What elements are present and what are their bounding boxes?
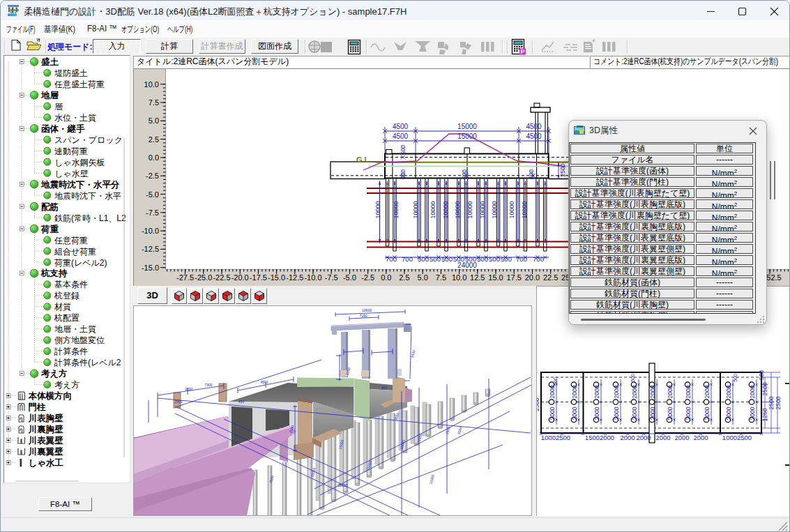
svg-text:杭配置: 杭配置	[54, 313, 79, 323]
svg-text:17.5: 17.5	[506, 273, 521, 282]
svg-text:500: 500	[630, 374, 635, 382]
svg-text:500: 500	[489, 255, 500, 263]
svg-text:2000: 2000	[649, 406, 656, 420]
svg-text:10000: 10000	[430, 201, 436, 218]
svg-text:2500: 2500	[174, 400, 182, 404]
svg-text:15.0: 15.0	[488, 273, 503, 282]
svg-text:10002500: 10002500	[722, 434, 752, 441]
svg-text:任意盛土荷重: 任意盛土荷重	[54, 79, 105, 89]
svg-text:5000: 5000	[457, 426, 463, 435]
svg-text:2000: 2000	[685, 385, 692, 398]
svg-text:7300: 7300	[204, 383, 212, 387]
svg-text:2000: 2000	[693, 434, 708, 441]
svg-text:700: 700	[516, 255, 527, 263]
svg-text:500: 500	[441, 255, 453, 263]
svg-text:2000: 2000	[593, 385, 600, 398]
svg-text:20000: 20000	[337, 483, 347, 487]
svg-text:2000: 2000	[593, 406, 600, 420]
svg-text:10000: 10000	[393, 201, 400, 218]
svg-text:2000: 2000	[749, 406, 756, 420]
svg-text:15000: 15000	[457, 123, 477, 130]
svg-text:川表胸壁: 川表胸壁	[28, 413, 64, 423]
svg-text:2000: 2000	[549, 385, 556, 398]
svg-text:500: 500	[430, 255, 441, 263]
svg-text:本体横方向: 本体横方向	[28, 390, 73, 401]
svg-text:2000: 2000	[571, 406, 578, 420]
svg-text:杭登録: 杭登録	[54, 291, 79, 301]
svg-text:門柱: 門柱	[29, 402, 47, 412]
svg-text:計算条件: 計算条件	[54, 347, 88, 356]
svg-text:4500: 4500	[526, 132, 542, 140]
svg-text:-7.5: -7.5	[146, 208, 159, 217]
svg-text:2000: 2000	[571, 385, 578, 398]
svg-text:2000: 2000	[649, 385, 656, 398]
svg-text:しゃ水工: しゃ水工	[29, 458, 64, 468]
svg-text:計算条件(レベル2: 計算条件(レベル2	[54, 358, 121, 367]
svg-text:2000: 2000	[674, 434, 689, 441]
svg-text:配筋: 配筋	[41, 202, 59, 212]
svg-text:15002000: 15002000	[585, 434, 614, 441]
svg-text:G.L.: G.L.	[356, 155, 371, 164]
svg-text:10000: 10000	[521, 201, 528, 218]
svg-text:-2.5: -2.5	[146, 172, 159, 180]
svg-text:-5.0: -5.0	[146, 190, 159, 199]
svg-text:2000: 2000	[667, 406, 674, 420]
svg-text:-20.0: -20.0	[231, 273, 249, 282]
svg-text:-12.5: -12.5	[286, 273, 303, 282]
svg-text:函体・継手: 函体・継手	[41, 123, 85, 134]
svg-text:12.5: 12.5	[470, 273, 485, 282]
svg-text:7.5: 7.5	[436, 273, 446, 282]
svg-text:-15.0: -15.0	[142, 264, 159, 272]
svg-text:地層・土質: 地層・土質	[54, 324, 96, 334]
svg-text:7150: 7150	[359, 314, 367, 318]
svg-text:10000: 10000	[508, 201, 515, 218]
svg-text:2000: 2000	[620, 434, 635, 441]
svg-text:0.0: 0.0	[381, 273, 391, 282]
svg-text:2000: 2000	[685, 406, 692, 420]
svg-text:700: 700	[533, 255, 544, 263]
svg-text:10000: 10000	[412, 201, 419, 218]
svg-text:-25.0: -25.0	[195, 273, 212, 282]
svg-text:700: 700	[402, 255, 413, 263]
svg-text:-15.0: -15.0	[268, 273, 285, 282]
svg-text:材質: 材質	[54, 302, 71, 312]
svg-text:組合せ荷重: 組合せ荷重	[54, 247, 96, 257]
svg-text:水位・土質: 水位・土質	[54, 113, 96, 123]
svg-text:600: 600	[400, 169, 407, 179]
svg-text:4500: 4500	[393, 132, 409, 140]
svg-text:-17.5: -17.5	[250, 273, 267, 282]
svg-text:-7.5: -7.5	[325, 273, 338, 282]
svg-text:堤防盛土: 堤防盛土	[54, 68, 88, 78]
svg-text:地層: 地層	[40, 91, 59, 100]
svg-text:10.0: 10.0	[452, 273, 466, 282]
svg-text:2000: 2000	[549, 406, 556, 420]
svg-text:2500: 2500	[761, 382, 768, 395]
svg-text:任意荷重: 任意荷重	[54, 236, 88, 245]
svg-text:10000: 10000	[479, 201, 486, 218]
svg-text:4500: 4500	[260, 380, 268, 384]
svg-text:10000: 10000	[442, 201, 449, 218]
svg-text:-22.5: -22.5	[213, 273, 230, 282]
svg-text:600: 600	[461, 169, 468, 179]
svg-text:20.0: 20.0	[525, 273, 540, 282]
svg-text:10000: 10000	[466, 201, 473, 218]
svg-text:2000: 2000	[725, 385, 732, 398]
svg-text:500: 500	[553, 377, 558, 386]
svg-text:しゃ水壁: しゃ水壁	[54, 169, 89, 178]
svg-text:基本条件: 基本条件	[54, 280, 88, 289]
svg-text:500: 500	[733, 374, 738, 382]
svg-text:2.5: 2.5	[399, 273, 409, 282]
svg-text:2500: 2500	[559, 163, 566, 176]
svg-text:500: 500	[400, 145, 407, 155]
svg-text:2000: 2000	[749, 385, 756, 398]
svg-text:2000: 2000	[636, 434, 651, 441]
svg-text:2000: 2000	[613, 406, 620, 420]
svg-text:10000: 10000	[454, 201, 461, 218]
svg-text:24000: 24000	[457, 261, 477, 269]
svg-text:10000: 10000	[491, 201, 498, 218]
svg-text:12000: 12000	[428, 474, 434, 485]
svg-text:側方地盤変位: 側方地盤変位	[54, 335, 105, 345]
svg-text:600: 600	[528, 169, 535, 179]
svg-text:500: 500	[477, 255, 488, 263]
svg-text:P: P	[521, 48, 525, 55]
